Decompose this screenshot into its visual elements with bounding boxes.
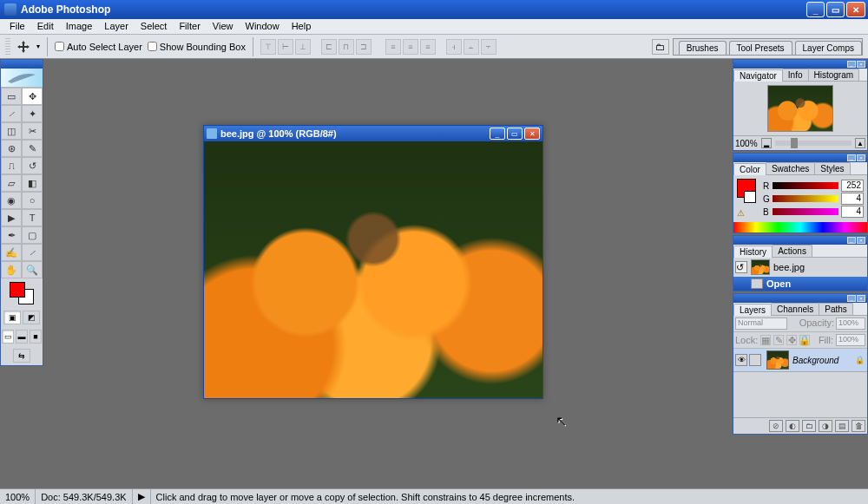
tab-color[interactable]: Color	[733, 163, 766, 175]
move-tool-icon[interactable]	[16, 39, 31, 55]
options-grip[interactable]	[5, 38, 10, 56]
tab-info[interactable]: Info	[782, 69, 809, 81]
dodge-tool-icon[interactable]: ○	[22, 192, 43, 209]
align-top-icon[interactable]: ⊤	[260, 39, 276, 55]
distribute-bottom-icon[interactable]: ≡	[420, 39, 436, 55]
window-minimize-button[interactable]: _	[806, 2, 825, 17]
history-brush-tool-icon[interactable]: ↺	[22, 157, 43, 174]
panel-minimize-button[interactable]: _	[847, 154, 856, 161]
path-selection-tool-icon[interactable]: ▶	[1, 209, 22, 226]
layer-row-background[interactable]: 👁 Background 🔒	[733, 349, 867, 372]
show-bounding-box-checkbox[interactable]: Show Bounding Box	[148, 42, 246, 52]
document-close-button[interactable]: ✕	[524, 128, 540, 140]
color-spectrum[interactable]	[733, 222, 867, 232]
history-state-open[interactable]: Open	[733, 277, 867, 291]
lock-transparency-icon[interactable]: ▦	[760, 335, 771, 345]
tab-actions[interactable]: Actions	[772, 245, 812, 257]
panel-close-button[interactable]: ×	[857, 61, 865, 68]
screen-full-menubar-icon[interactable]: ▬	[16, 330, 28, 344]
window-close-button[interactable]: ✕	[846, 2, 865, 17]
layer-thumbnail[interactable]	[766, 350, 789, 370]
color-panel-swatches[interactable]: ⚠	[737, 179, 760, 219]
standard-mode-icon[interactable]: ▣	[3, 311, 21, 324]
palette-well-toggle-icon[interactable]: 🗀	[652, 39, 669, 55]
align-left-icon[interactable]: ⊏	[321, 39, 337, 55]
document-canvas[interactable]	[204, 141, 542, 398]
auto-select-layer-checkbox[interactable]: Auto Select Layer	[55, 42, 142, 52]
tab-history[interactable]: History	[733, 245, 773, 258]
navigator-zoom-slider[interactable]	[775, 141, 852, 146]
green-value[interactable]: 4	[841, 193, 864, 205]
tab-brushes[interactable]: Brushes	[679, 41, 727, 55]
distribute-right-icon[interactable]: ⫟	[481, 39, 496, 55]
zoom-out-icon[interactable]: ▂	[761, 138, 772, 148]
align-vcenter-icon[interactable]: ⊢	[278, 39, 293, 55]
layer-visibility-icon[interactable]: 👁	[735, 354, 747, 366]
navigator-zoom-value[interactable]: 100%	[735, 139, 761, 148]
menu-window[interactable]: Window	[240, 19, 286, 34]
menu-filter[interactable]: Filter	[173, 19, 206, 34]
gamut-warning-icon[interactable]: ⚠	[737, 208, 747, 218]
move-tool-icon[interactable]: ✥	[22, 88, 43, 105]
panel-minimize-button[interactable]: _	[847, 237, 856, 244]
foreground-color-swatch[interactable]	[10, 282, 25, 298]
magic-wand-tool-icon[interactable]: ✦	[22, 105, 43, 122]
document-maximize-button[interactable]: ▭	[507, 128, 523, 140]
tab-navigator[interactable]: Navigator	[733, 69, 783, 82]
tab-styles[interactable]: Styles	[814, 162, 850, 174]
document-minimize-button[interactable]: _	[490, 128, 505, 140]
distribute-vcenter-icon[interactable]: ≡	[403, 39, 418, 55]
green-slider[interactable]	[773, 195, 838, 202]
distribute-left-icon[interactable]: ⫞	[446, 39, 462, 55]
history-snapshot-row[interactable]: ↺ bee.jpg	[733, 258, 867, 277]
fill-field[interactable]: 100%	[836, 334, 865, 346]
blue-value[interactable]: 4	[841, 206, 864, 218]
panel-close-button[interactable]: ×	[857, 237, 865, 244]
panel-close-button[interactable]: ×	[857, 295, 865, 302]
crop-tool-icon[interactable]: ◫	[1, 122, 22, 140]
quickmask-mode-icon[interactable]: ◩	[23, 311, 40, 324]
clone-stamp-tool-icon[interactable]: ⎍	[1, 157, 22, 174]
zoom-in-icon[interactable]: ▲	[855, 138, 865, 148]
tab-channels[interactable]: Channels	[771, 303, 819, 315]
blur-tool-icon[interactable]: ◉	[1, 192, 22, 209]
status-zoom[interactable]: 100%	[0, 489, 36, 504]
hand-tool-icon[interactable]: ✋	[1, 261, 22, 278]
tab-paths[interactable]: Paths	[819, 303, 853, 315]
dropdown-arrow-icon[interactable]: ▾	[36, 43, 40, 50]
menu-file[interactable]: File	[3, 19, 31, 34]
tab-swatches[interactable]: Swatches	[766, 162, 815, 174]
shape-tool-icon[interactable]: ▢	[22, 226, 43, 244]
notes-tool-icon[interactable]: ✍	[1, 244, 22, 261]
adjustment-layer-icon[interactable]: ◑	[819, 420, 832, 432]
new-set-icon[interactable]: 🗀	[802, 420, 816, 432]
menu-view[interactable]: View	[207, 19, 240, 34]
screen-standard-icon[interactable]: ▭	[2, 330, 14, 344]
lock-image-icon[interactable]: ✎	[773, 335, 784, 345]
distribute-top-icon[interactable]: ≡	[385, 39, 401, 55]
document-titlebar[interactable]: bee.jpg @ 100% (RGB/8#) _ ▭ ✕	[204, 126, 542, 141]
history-brush-source-icon[interactable]: ↺	[735, 261, 747, 273]
screen-full-icon[interactable]: ■	[30, 330, 42, 344]
navigator-thumbnail[interactable]	[767, 85, 833, 132]
blend-mode-dropdown[interactable]: Normal	[735, 317, 787, 330]
color-swatches[interactable]	[1, 278, 43, 308]
marquee-tool-icon[interactable]: ▭	[1, 88, 22, 105]
delete-layer-icon[interactable]: 🗑	[852, 420, 865, 432]
lasso-tool-icon[interactable]: ⟋	[1, 105, 22, 122]
slice-tool-icon[interactable]: ✂	[22, 122, 43, 140]
panel-minimize-button[interactable]: _	[847, 61, 856, 68]
blue-slider[interactable]	[773, 208, 838, 215]
brush-tool-icon[interactable]: ✎	[22, 140, 43, 157]
tab-histogram[interactable]: Histogram	[808, 69, 860, 81]
distribute-hcenter-icon[interactable]: ⫠	[464, 39, 479, 55]
status-menu-arrow-icon[interactable]: ▶	[133, 489, 151, 504]
opacity-field[interactable]: 100%	[836, 317, 865, 330]
red-value[interactable]: 252	[841, 180, 864, 192]
panel-close-button[interactable]: ×	[857, 154, 865, 161]
layer-name[interactable]: Background	[792, 356, 855, 365]
layer-style-icon[interactable]: ⊘	[769, 420, 783, 432]
eyedropper-tool-icon[interactable]: ⟋	[22, 244, 43, 261]
align-right-icon[interactable]: ⊐	[356, 39, 372, 55]
red-slider[interactable]	[773, 182, 838, 189]
